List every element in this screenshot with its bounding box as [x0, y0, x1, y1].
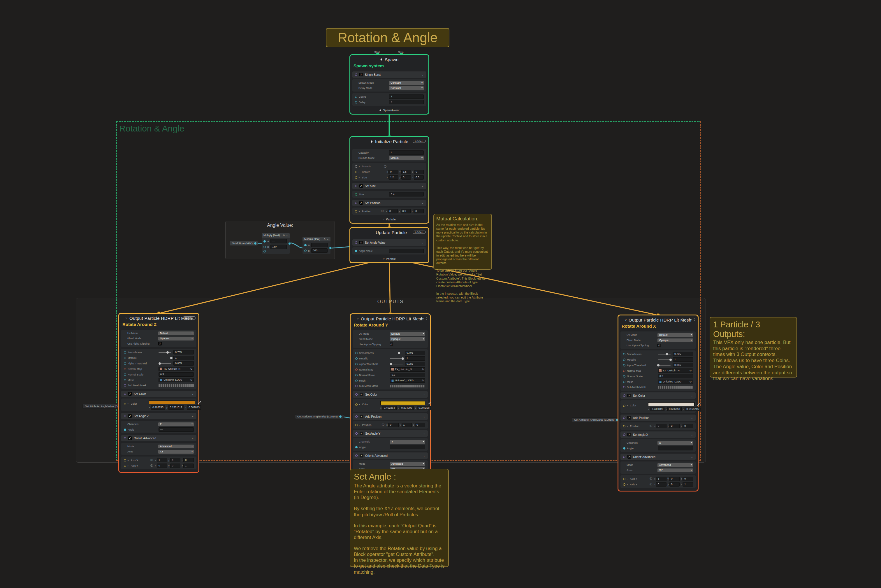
a-field[interactable]: — [270, 239, 287, 243]
metallic-port[interactable] [355, 357, 358, 360]
alpha-threshold-field[interactable]: 0.085 [405, 362, 425, 366]
orient-block[interactable]: ✓ Orient: Advanced ⌄ [121, 435, 196, 441]
position-port[interactable] [355, 210, 357, 213]
size-port[interactable] [355, 176, 357, 179]
color-swatch[interactable] [380, 401, 425, 405]
position-port[interactable] [355, 424, 358, 426]
color-z-field[interactable]: 0.6155215 [685, 407, 701, 411]
set-angle-block[interactable]: ✓ Set Angle.Z ⌄ [121, 413, 196, 419]
set-angle-checkbox[interactable]: ✓ [360, 432, 363, 435]
axis-x-y-field[interactable]: 0 [170, 458, 181, 462]
object-picker-icon[interactable]: ⊙ [689, 380, 692, 383]
input-b-port[interactable] [304, 249, 307, 252]
position-z-field[interactable]: 0 [414, 209, 424, 213]
color-port[interactable] [623, 405, 625, 407]
center-y-field[interactable]: 1.5 [401, 170, 411, 174]
set-angle-block[interactable]: ✓ Set Angle.X ⌄ [620, 432, 696, 438]
output-context[interactable]: ∵ Output Particle HDRP Lit Mesh LOCAL Ro… [118, 313, 199, 473]
object-picker-icon[interactable]: ⊙ [421, 379, 424, 382]
set-angle-block[interactable]: ✓ Set Angle.Y ⌄ [353, 430, 428, 437]
set-position-checkbox[interactable]: ✓ [360, 201, 363, 205]
color-y-field[interactable]: 0.1501517 [168, 405, 184, 410]
set-size-block[interactable]: ✓ Set Size ⌄ [352, 183, 426, 189]
color-x-field[interactable]: 0.735849 [650, 407, 664, 411]
set-color-block[interactable]: ✓ Set Color ⌄ [620, 392, 696, 399]
b-field[interactable]: 150 [270, 244, 287, 249]
block-port[interactable] [355, 185, 357, 187]
smoothness-slider[interactable]: 0.705 [658, 352, 693, 356]
block-port[interactable] [355, 416, 358, 418]
spawn-context[interactable]: Spawn Spawn system ✓ Single Burst ⌄ Spaw… [349, 54, 429, 115]
chevron-down-icon[interactable]: ⌄ [286, 234, 288, 237]
b-field[interactable]: 360 [311, 248, 328, 253]
single-burst-block[interactable]: ✓ Single Burst ⌄ [352, 71, 426, 78]
axis-x-x-field[interactable]: 1 [656, 477, 667, 481]
position-z-field[interactable]: 0 [683, 424, 693, 428]
chevron-down-icon[interactable]: ⌄ [423, 415, 425, 418]
capacity-field[interactable]: 1 [389, 150, 424, 155]
chevron-down-icon[interactable]: ⌄ [691, 433, 693, 436]
smoothness-field[interactable]: 0.705 [174, 350, 194, 354]
block-port[interactable] [355, 242, 357, 244]
metallic-field[interactable]: 1 [174, 356, 194, 360]
blend-mode-dropdown[interactable]: Opaque [390, 337, 425, 341]
metallic-field[interactable]: 1 [673, 357, 693, 362]
color-swatch[interactable] [648, 402, 694, 406]
bounds-port[interactable] [355, 165, 357, 168]
set-color-block[interactable]: ✓ Set Color ⌄ [121, 391, 196, 397]
get-attribute-node[interactable]: Get Attribute: AngleValue (Current) [295, 414, 344, 419]
single-burst-checkbox[interactable]: ✓ [360, 73, 363, 76]
color-swatch[interactable] [149, 400, 195, 404]
input-a-port[interactable] [264, 240, 266, 243]
mesh-port[interactable] [623, 381, 625, 383]
angle-field[interactable]: — [658, 446, 693, 450]
axis-x-z-field[interactable]: 0 [683, 477, 693, 481]
uv-mode-dropdown[interactable]: Default [390, 332, 425, 336]
object-picker-icon[interactable]: ⊙ [190, 378, 192, 381]
angle-port[interactable] [124, 429, 126, 431]
alpha-threshold-field[interactable]: 0.065 [673, 363, 693, 368]
color-x-field[interactable]: 0.462745 [151, 405, 165, 410]
alpha-threshold-port[interactable] [623, 364, 625, 366]
position-z-field[interactable]: 0 [415, 423, 425, 427]
set-color-checkbox[interactable]: ✓ [628, 394, 631, 398]
total-time-node[interactable]: Total Time (VFX) [230, 241, 258, 246]
output-context[interactable]: ∵ Output Particle HDRP Lit Mesh LOCAL Ro… [350, 314, 431, 490]
get-attribute-node[interactable]: Get Attribute: AngleValue (Current) [572, 417, 621, 422]
initialize-context[interactable]: Initialize Particle LOCAL Capacity1 Boun… [349, 136, 429, 224]
block-port[interactable] [355, 74, 357, 76]
metallic-slider[interactable]: 1 [159, 356, 194, 360]
normal-scale-field[interactable]: 0.5 [658, 374, 693, 378]
mesh-field[interactable]: ▦Unicoin0_LOD0⊙ [658, 380, 693, 384]
center-z-field[interactable]: 0 [414, 170, 424, 174]
normal-scale-field[interactable]: 0.5 [159, 372, 194, 376]
set-angle-checkbox[interactable]: ✓ [128, 414, 132, 418]
update-context[interactable]: ∵ Update Particle LOCAL ✓ Set Angle Valu… [349, 227, 429, 263]
object-picker-icon[interactable]: ⊙ [421, 368, 424, 371]
mesh-port[interactable] [355, 380, 358, 382]
chevron-down-icon[interactable]: ⌄ [691, 416, 693, 419]
sub-mesh-mask-field[interactable] [658, 386, 693, 388]
normal-map-field[interactable]: TX_Unicoin_N⊙ [390, 368, 425, 372]
axis-y-y-field[interactable]: 0 [170, 464, 181, 468]
chevron-down-icon[interactable]: ⌄ [421, 241, 424, 244]
color-port[interactable] [355, 404, 358, 406]
orient-block[interactable]: ✓ Orient: Advanced ⌄ [620, 454, 696, 460]
axis-y-x-field[interactable]: 0 [157, 464, 167, 468]
orient-checkbox[interactable]: ✓ [128, 436, 132, 440]
size-y-field[interactable]: 3 [401, 175, 411, 180]
size-z-field[interactable]: 0.5 [414, 175, 424, 180]
chevron-down-icon[interactable]: ⌄ [327, 238, 329, 240]
blend-mode-dropdown[interactable]: Opaque [658, 339, 693, 342]
axis-x-port[interactable] [124, 459, 126, 462]
delay-port[interactable] [355, 101, 357, 104]
input-b-port[interactable] [264, 246, 266, 248]
alpha-threshold-slider[interactable]: 0.085 [159, 361, 194, 366]
orient-block[interactable]: ✓ Orient: Advanced ⌄ [353, 453, 428, 459]
uv-mode-dropdown[interactable]: Default [658, 333, 693, 337]
normal-map-field[interactable]: TX_Unicoin_N⊙ [159, 367, 194, 371]
normal-scale-port[interactable] [355, 374, 358, 376]
position-x-field[interactable]: 0 [388, 423, 399, 427]
gear-icon[interactable]: ⚙ [324, 238, 325, 240]
block-port[interactable] [623, 434, 625, 436]
